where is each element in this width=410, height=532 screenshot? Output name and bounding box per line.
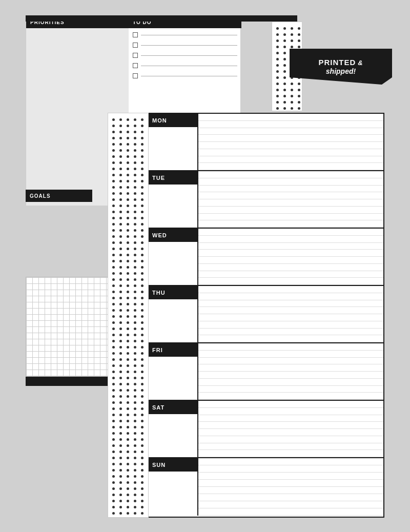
polka-dot [127, 358, 129, 361]
write-line [198, 186, 383, 193]
polka-dot [112, 161, 115, 164]
write-line [198, 343, 383, 351]
polka-dot [141, 174, 144, 176]
polka-dot [112, 377, 115, 379]
polka-dot [127, 487, 129, 490]
polka-dot [119, 377, 122, 379]
polka-dot [141, 278, 144, 281]
day-write-area[interactable] [147, 472, 197, 516]
polka-dot [119, 131, 122, 133]
day-write-area[interactable] [147, 357, 197, 400]
polka-dot [283, 101, 286, 104]
day-lines-area[interactable] [198, 401, 383, 457]
polka-dot [276, 70, 279, 73]
write-line [198, 480, 383, 487]
polka-dot [283, 46, 286, 48]
day-header-mon: MON [147, 114, 197, 127]
polka-dot [127, 223, 129, 226]
day-lines-area[interactable] [198, 458, 383, 516]
polka-dot [283, 64, 286, 67]
polka-dot [127, 155, 129, 158]
write-line [198, 243, 383, 250]
polka-dot [119, 168, 122, 170]
day-box-mon: MON [147, 114, 198, 170]
day-lines-area[interactable] [198, 171, 383, 228]
todo-item[interactable] [133, 63, 237, 68]
polka-dot [112, 186, 115, 189]
polka-dot [112, 451, 115, 453]
polka-dot [119, 284, 122, 287]
polka-dot [283, 83, 286, 85]
day-write-area[interactable] [147, 127, 197, 170]
todo-item[interactable] [133, 32, 237, 37]
day-lines-area[interactable] [198, 343, 383, 400]
write-line [198, 401, 383, 408]
polka-dot [134, 438, 136, 441]
polka-dot [141, 186, 144, 189]
polka-dot [291, 39, 293, 42]
polka-dot [134, 315, 136, 318]
polka-dot [134, 340, 136, 342]
polka-dot [112, 371, 115, 373]
todo-checkbox-2[interactable] [133, 43, 138, 48]
todo-line-2 [141, 45, 237, 46]
polka-dot [127, 192, 129, 195]
write-line [198, 422, 383, 429]
polka-dot [112, 420, 115, 422]
day-write-area[interactable] [147, 242, 197, 285]
write-line [198, 386, 383, 393]
todo-checkbox-1[interactable] [133, 32, 138, 37]
polka-dot [112, 211, 115, 213]
write-line [198, 178, 383, 186]
grid-bottom-bar [26, 377, 115, 386]
polka-dot [119, 186, 122, 189]
polka-dot [119, 383, 122, 385]
write-line [198, 220, 383, 228]
write-line [198, 229, 383, 236]
todo-item[interactable] [133, 43, 237, 48]
polka-dot [119, 254, 122, 256]
polka-dot [141, 371, 144, 373]
write-line [198, 487, 383, 494]
todo-checkbox-4[interactable] [133, 63, 138, 68]
polka-dot [127, 211, 129, 213]
goals-label: GOALS [30, 193, 51, 199]
polka-dot [134, 125, 136, 127]
day-lines-area[interactable] [198, 286, 383, 342]
polka-dot [127, 371, 129, 373]
polka-dot [276, 33, 279, 36]
top-black-bar [26, 15, 297, 22]
polka-dot [119, 358, 122, 361]
todo-checkbox-3[interactable] [133, 53, 138, 58]
polka-dot [141, 481, 144, 484]
day-lines-area[interactable] [198, 114, 383, 170]
polka-dot [127, 469, 129, 472]
polka-dot [119, 334, 122, 336]
day-write-area[interactable] [147, 185, 197, 228]
polka-dot [112, 149, 115, 152]
day-row-fri: FRI [147, 343, 383, 401]
todo-item[interactable] [133, 73, 237, 78]
polka-dot [112, 297, 115, 299]
polka-dot [112, 254, 115, 256]
polka-dot [112, 303, 115, 305]
day-lines-area[interactable] [198, 229, 383, 285]
polka-dot [134, 241, 136, 244]
polka-dot [119, 444, 122, 447]
day-write-area[interactable] [147, 414, 197, 457]
polka-dot [127, 204, 129, 207]
polka-dot [283, 70, 286, 73]
polka-dot [112, 204, 115, 207]
polka-dot [112, 340, 115, 342]
polka-dot [298, 83, 300, 85]
polka-dot [134, 475, 136, 478]
goals-header: GOALS [26, 190, 92, 202]
todo-item[interactable] [133, 53, 237, 58]
polka-dot [134, 174, 136, 176]
polka-dot [141, 198, 144, 201]
day-write-area[interactable] [147, 299, 197, 342]
polka-dot [112, 334, 115, 336]
polka-dot [134, 377, 136, 379]
polka-dot [127, 315, 129, 318]
todo-checkbox-5[interactable] [133, 73, 138, 78]
